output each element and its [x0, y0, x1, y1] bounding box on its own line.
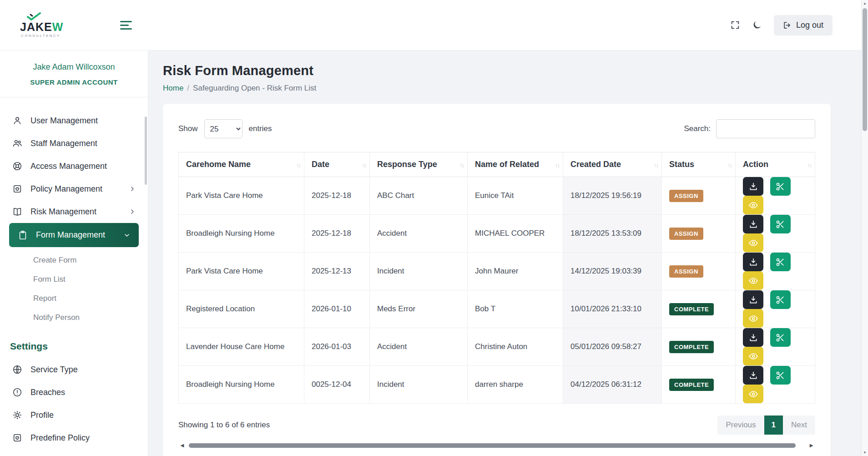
scissors-button[interactable] [770, 177, 791, 196]
next-page-button[interactable]: Next [783, 415, 815, 435]
logout-button[interactable]: Log out [774, 15, 833, 35]
chevron-down-icon [123, 232, 131, 239]
sidebar-subitem-report[interactable]: Report [0, 289, 148, 308]
download-button[interactable] [743, 253, 763, 271]
showing-entries-text: Showing 1 to 6 of 6 entries [178, 421, 270, 430]
page-number-button[interactable]: 1 [764, 415, 783, 435]
breadcrumb: Home/Safeguarding Open - Risk Form List [163, 84, 831, 93]
brand-tagline: CONSULTANCY [21, 34, 61, 38]
scissors-button[interactable] [770, 328, 791, 347]
column-header-created-date[interactable]: Created Date↑↓ [563, 152, 662, 177]
cell-related: Christine Auton [468, 328, 563, 366]
column-header-date[interactable]: Date↑↓ [304, 152, 370, 177]
sidebar-item-risk-management[interactable]: Risk Management [0, 200, 148, 223]
download-button[interactable] [743, 290, 763, 309]
column-header-carehome-name[interactable]: Carehome Name↑↓ [179, 152, 304, 177]
cell-carehome: Registered Location [179, 290, 304, 328]
cell-created-date: 14/12/2025 19:03:39 [563, 253, 662, 290]
scroll-down-arrow-icon[interactable]: ▼ [862, 449, 868, 456]
gear-icon [12, 410, 23, 421]
fullscreen-button[interactable] [730, 20, 740, 30]
sidebar-item-profile[interactable]: Profile [0, 404, 148, 426]
scissors-button[interactable] [770, 290, 791, 309]
cell-date: 2025-12-13 [304, 253, 370, 290]
page-vertical-scrollbar[interactable]: ▲ ▼ [861, 0, 868, 456]
column-header-status[interactable]: Status↑↓ [662, 152, 736, 177]
form-management-submenu: Create Form Form List Report Notify Pers… [0, 247, 148, 329]
sidebar-toggle-button[interactable] [117, 16, 135, 35]
eye-icon [749, 238, 758, 248]
scroll-up-arrow-icon[interactable]: ▲ [862, 0, 868, 7]
dark-mode-button[interactable] [752, 20, 762, 30]
cell-related: John Maurer [468, 253, 563, 290]
download-button[interactable] [743, 328, 763, 347]
column-header-action[interactable]: Action↑↓ [736, 152, 815, 177]
status-badge: COMPLETE [669, 303, 714, 315]
table-horizontal-scrollbar[interactable]: ◄ ► [178, 442, 815, 451]
sidebar-subitem-form-list[interactable]: Form List [0, 270, 148, 289]
horizontal-scroll-track[interactable] [189, 443, 805, 448]
sidebar-scrollbar[interactable] [145, 117, 147, 185]
table-row: Park Vista Care Home 2025-12-18 ABC Char… [179, 177, 815, 215]
sidebar-item-label: Breaches [30, 388, 65, 397]
scissors-button[interactable] [770, 253, 791, 271]
cell-response-type: Meds Error [370, 290, 468, 328]
cell-created-date: 18/12/2025 19:56:19 [563, 177, 662, 215]
sidebar-item-access-management[interactable]: Access Management [0, 155, 148, 177]
cell-related: MICHAEL COOPER [468, 215, 563, 253]
view-button[interactable] [743, 271, 763, 290]
book-icon [12, 206, 23, 217]
scroll-right-arrow-icon[interactable]: ► [808, 442, 814, 449]
sidebar-item-user-management[interactable]: User Management [0, 109, 148, 132]
search-input[interactable] [716, 119, 815, 138]
sidebar-item-policy-management[interactable]: Policy Management [0, 177, 148, 200]
sidebar-item-staff-management[interactable]: Staff Management [0, 132, 148, 155]
table-controls: Show 25 entries Search: [178, 119, 815, 138]
cell-carehome: Broadleigh Nursing Home [179, 366, 304, 404]
view-button[interactable] [743, 233, 763, 252]
view-button[interactable] [743, 309, 763, 328]
sidebar-item-predefine-policy[interactable]: Predefine Policy [0, 426, 148, 449]
sidebar-subitem-create-form[interactable]: Create Form [0, 251, 148, 270]
scissors-button[interactable] [770, 366, 791, 385]
sidebar-subitem-notify-person[interactable]: Notify Person [0, 308, 148, 327]
sidebar-item-form-management[interactable]: Form Management [9, 223, 139, 247]
download-button[interactable] [743, 215, 763, 233]
vertical-scroll-thumb[interactable] [863, 8, 867, 131]
view-button[interactable] [743, 196, 763, 214]
download-icon [749, 258, 758, 267]
cell-response-type: Accident [370, 215, 468, 253]
page-size-select[interactable]: 25 [204, 119, 242, 138]
cell-related: Bob T [468, 290, 563, 328]
sidebar-item-label: Staff Management [30, 139, 97, 148]
horizontal-scroll-thumb[interactable] [189, 443, 796, 448]
sidebar-item-breaches[interactable]: Breaches [0, 381, 148, 404]
column-header-name-of-related[interactable]: Name of Related↑↓ [468, 152, 563, 177]
cell-response-type: ABC Chart [370, 177, 468, 215]
download-button[interactable] [743, 177, 763, 196]
scissors-button[interactable] [770, 215, 791, 233]
scroll-left-arrow-icon[interactable]: ◄ [179, 442, 185, 449]
topbar-actions: Log out [730, 15, 868, 35]
previous-page-button[interactable]: Previous [717, 415, 764, 435]
download-icon [749, 295, 758, 304]
cell-status: ASSIGN [662, 253, 736, 290]
view-button[interactable] [743, 347, 763, 365]
column-header-response-type[interactable]: Response Type↑↓ [370, 152, 468, 177]
cell-date: 2025-12-18 [304, 215, 370, 253]
scissors-icon [776, 182, 785, 191]
view-button[interactable] [743, 385, 763, 403]
cell-action [736, 290, 815, 328]
cell-created-date: 18/12/2025 13:53:09 [563, 215, 662, 253]
topbar: JAKEW CONSULTANCY [0, 0, 868, 51]
table-header-row: Carehome Name↑↓ Date↑↓ Response Type↑↓ N… [179, 152, 815, 177]
download-button[interactable] [743, 366, 763, 385]
status-badge: ASSIGN [669, 190, 703, 202]
risk-form-table: Carehome Name↑↓ Date↑↓ Response Type↑↓ N… [178, 152, 815, 404]
brand-name-primary: JAKE [20, 20, 52, 33]
sidebar-item-label: Risk Management [30, 207, 96, 217]
breadcrumb-home-link[interactable]: Home [163, 84, 183, 92]
sidebar-item-service-type[interactable]: Service Type [0, 358, 148, 381]
brand-logo[interactable]: JAKEW CONSULTANCY [20, 12, 63, 38]
sidebar-item-label: User Management [30, 116, 98, 126]
